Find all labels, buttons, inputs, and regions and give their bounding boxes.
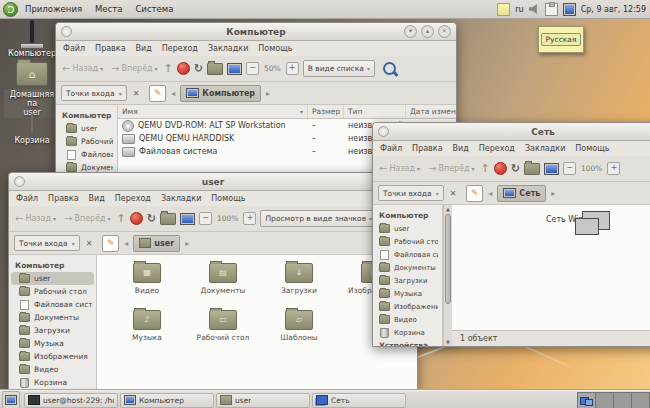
breadcrumb-prev-icon[interactable]: ◂ (487, 189, 493, 198)
breadcrumb-button[interactable]: Сеть (497, 185, 546, 202)
volume-icon[interactable] (529, 4, 540, 15)
breadcrumb-button[interactable]: user (133, 235, 180, 252)
menu-item[interactable]: Файл (380, 144, 402, 153)
breadcrumb-next-icon[interactable]: ▸ (265, 89, 271, 98)
network-window[interactable]: Сеть ФайлПравкаВидПереходЗакладкиПомощь … (372, 122, 650, 347)
menu-item[interactable]: Закладки (208, 44, 248, 53)
menu-item[interactable]: Закладки (161, 194, 201, 203)
forward-button[interactable]: →Вперёд▾ (62, 214, 113, 224)
menu-item[interactable]: Вид (453, 144, 469, 153)
close-sidebar-button[interactable]: ✕ (84, 238, 95, 249)
desktop-icon-computer[interactable]: Компьютер (4, 22, 60, 58)
sidebar-item[interactable]: Музыка (9, 337, 96, 350)
menu-item[interactable]: Закладки (525, 144, 565, 153)
menu-item[interactable]: Вид (89, 194, 105, 203)
up-button[interactable]: ↑ (164, 63, 173, 74)
sidebar-item[interactable]: Загрузки (9, 324, 96, 337)
zoom-in-button[interactable]: + (286, 62, 299, 75)
menu-item[interactable]: Вид (136, 44, 152, 53)
refresh-button[interactable]: ↻ (147, 213, 156, 224)
titlebar[interactable]: user (9, 173, 417, 191)
maximize-button[interactable]: ▴ (421, 25, 434, 38)
keyboard-layout-indicator[interactable]: ru (515, 5, 523, 14)
folder-item[interactable]: ▭ Рабочий стол (185, 306, 261, 353)
menu-item[interactable]: Переход (479, 144, 515, 153)
scroll-up-icon[interactable]: ▲ (444, 206, 452, 212)
column-header-type[interactable]: Тип (344, 105, 406, 118)
zoom-out-button[interactable]: − (199, 212, 212, 225)
sidebar-item[interactable]: Файловая сист... (9, 298, 96, 311)
workspace-2[interactable] (596, 393, 614, 408)
up-button[interactable]: ↑ (481, 163, 490, 174)
sidebar-item[interactable]: Видео (373, 313, 442, 326)
panel-menu-item[interactable]: Места (95, 4, 122, 14)
workspace-4[interactable] (632, 393, 649, 408)
zoom-in-button[interactable]: + (243, 212, 256, 225)
network-item[interactable]: Сеть Windows (540, 211, 610, 224)
refresh-button[interactable]: ↻ (194, 63, 203, 74)
search-button[interactable] (383, 62, 396, 75)
desktop-icon-home[interactable]: ⌂ Домашняя па user (4, 62, 60, 118)
folder-item[interactable]: ↓ Загрузки (261, 259, 337, 306)
desktop-icon-trash[interactable]: Корзина (4, 114, 60, 145)
breadcrumb-prev-icon[interactable]: ◂ (123, 239, 129, 248)
up-button[interactable]: ↑ (117, 213, 126, 224)
edit-location-button[interactable]: ✎ (102, 235, 119, 252)
breadcrumb-button[interactable]: Компьютер (180, 85, 261, 102)
computer-button[interactable] (544, 163, 559, 175)
menu-item[interactable]: Помощь (575, 144, 609, 153)
back-button[interactable]: ←Назад▾ (377, 164, 422, 174)
clock[interactable]: Ср, 9 авг, 12:59 (581, 5, 646, 14)
sidebar-item[interactable]: Документы (373, 261, 442, 274)
view-mode-select[interactable]: В виде списка▾ (303, 60, 375, 77)
back-button[interactable]: ←Назад▾ (60, 64, 105, 74)
panel-menu-item[interactable]: Система (135, 4, 173, 14)
forward-button[interactable]: →Вперёд▾ (109, 64, 160, 74)
sidebar-item[interactable]: Музыка (373, 287, 442, 300)
breadcrumb-next-icon[interactable]: ▸ (550, 189, 556, 198)
zoom-in-button[interactable]: + (607, 162, 620, 175)
home-button[interactable] (160, 213, 176, 225)
taskbar-button[interactable]: Сеть (312, 393, 406, 408)
scroll-down-icon[interactable]: ▼ (444, 339, 452, 345)
titlebar[interactable]: Компьютер ▾ ▴ × (56, 23, 456, 41)
menu-item[interactable]: Правка (48, 194, 78, 203)
panel-menu-item[interactable]: Приложения (25, 4, 82, 14)
column-header-modified[interactable]: Дата изменения (406, 105, 456, 118)
places-combo[interactable]: Точки входа▾ (61, 85, 127, 101)
sidebar-item[interactable]: user (56, 122, 117, 135)
computer-button[interactable] (180, 213, 195, 225)
back-button[interactable]: ←Назад▾ (13, 214, 58, 224)
edit-location-button[interactable]: ✎ (466, 185, 483, 202)
sidebar-item[interactable]: Рабочий стол (9, 285, 96, 298)
close-sidebar-button[interactable]: ✕ (448, 188, 459, 199)
column-header-name[interactable]: Имя▾ (118, 105, 308, 118)
folder-item[interactable]: ▦ Видео (109, 259, 185, 306)
places-combo[interactable]: Точки входа▾ (14, 235, 80, 251)
zoom-out-button[interactable]: − (563, 162, 576, 175)
zoom-out-button[interactable]: − (246, 62, 259, 75)
scrollbar-thumb[interactable] (445, 214, 451, 304)
sidebar-item[interactable]: Изображения (373, 300, 442, 313)
refresh-button[interactable]: ↻ (511, 163, 520, 174)
breadcrumb-next-icon[interactable]: ▸ (184, 239, 190, 248)
breadcrumb-prev-icon[interactable]: ◂ (170, 89, 176, 98)
workspace-1[interactable] (578, 393, 596, 408)
menu-item[interactable]: Правка (412, 144, 442, 153)
column-header-size[interactable]: Размер (308, 105, 344, 118)
window-menu-button[interactable] (61, 26, 72, 37)
sidebar-item[interactable]: Изображения (9, 350, 96, 363)
places-combo[interactable]: Точки входа▾ (378, 185, 444, 201)
close-sidebar-button[interactable]: ✕ (131, 88, 142, 99)
sidebar-item[interactable]: Файловая сист... (56, 148, 117, 161)
sidebar-item[interactable]: Корзина (9, 376, 96, 389)
stop-button[interactable] (177, 62, 190, 75)
taskbar-button[interactable]: Компьютер (120, 393, 214, 408)
sidebar-item[interactable]: Рабочий стол (373, 235, 442, 248)
sidebar-item[interactable]: user (373, 222, 442, 235)
clipboard-icon[interactable] (545, 3, 558, 16)
home-button[interactable] (207, 63, 223, 75)
close-button[interactable]: × (438, 25, 451, 38)
window-menu-button[interactable] (14, 176, 25, 187)
forward-button[interactable]: →Вперёд▾ (426, 164, 477, 174)
